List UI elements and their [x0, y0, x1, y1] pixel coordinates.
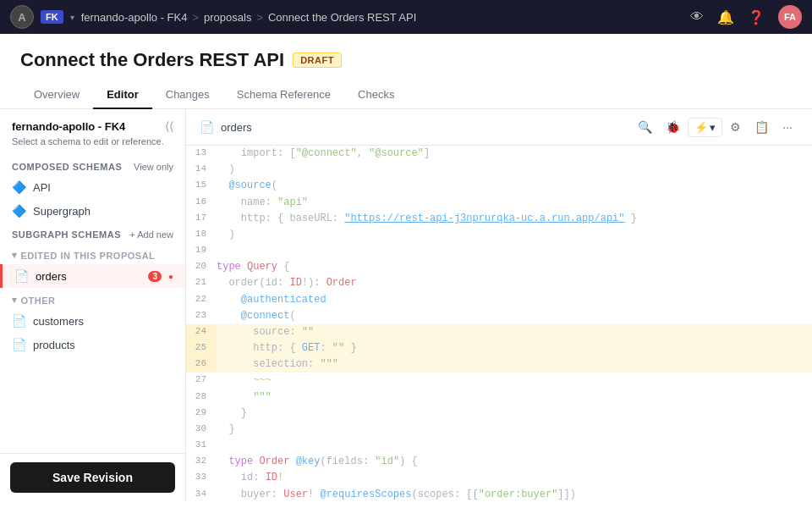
code-line-30: 30 }	[186, 422, 812, 438]
products-label: products	[33, 339, 75, 351]
api-icon: 🔷	[12, 180, 26, 194]
edited-label-text: EDITED IN THIS PROPOSAL	[21, 251, 156, 261]
editor-area: 📄 orders 🔍 🐞 ⚡ ▾ ⚙ 📋 ··· 13 import: ["@c…	[186, 109, 812, 501]
sidebar-item-orders-active[interactable]: 📄 orders 3 ●	[0, 264, 185, 288]
code-line-34: 34 buyer: User! @requiresScopes(scopes: …	[186, 487, 812, 501]
topbar: A FK ▾ fernando-apollo - FK4 > proposals…	[0, 0, 812, 34]
code-line-24: 24 source: ""	[186, 324, 812, 340]
tab-checks[interactable]: Checks	[344, 81, 408, 109]
other-label-text: OTHER	[21, 295, 56, 306]
customers-icon: 📄	[12, 314, 26, 328]
products-icon: 📄	[12, 338, 26, 351]
sep-2: >	[256, 11, 263, 24]
supergraph-icon: 🔷	[12, 204, 26, 218]
code-line-14: 14 )	[186, 162, 812, 178]
other-section-label: ▾ OTHER	[0, 288, 185, 309]
sidebar-item-products[interactable]: 📄 products	[0, 333, 185, 356]
crumb-proposals[interactable]: proposals	[204, 11, 251, 24]
sidebar-workspace-title: fernando-apollo - FK4	[12, 120, 125, 133]
sidebar-item-customers[interactable]: 📄 customers	[0, 309, 185, 333]
eye-icon[interactable]: 👁	[690, 9, 704, 25]
subgraph-schemas-label: Subgraph schemas	[12, 229, 121, 240]
code-line-20: 20 type Query {	[186, 259, 812, 275]
code-line-22: 22 @authenticated	[186, 292, 812, 308]
crumb-org: fernando-apollo - FK4	[81, 11, 188, 24]
orders-change-badge: 3	[148, 271, 162, 282]
composed-schemas-label: Composed schemas	[12, 162, 122, 172]
breadcrumb: fernando-apollo - FK4 > proposals > Conn…	[81, 11, 417, 24]
format-button[interactable]: 🐞	[660, 116, 686, 138]
collapse-sidebar-button[interactable]: ⟨⟨	[165, 119, 173, 133]
main-layout: fernando-apollo - FK4 ⟨⟨ Select a schema…	[0, 109, 812, 501]
sidebar-subtitle: Select a schema to edit or reference.	[0, 136, 185, 155]
tab-overview[interactable]: Overview	[20, 81, 93, 109]
page-title: Connect the Orders REST API	[20, 49, 284, 71]
code-line-25: 25 http: { GET: "" }	[186, 340, 812, 356]
dropdown-button[interactable]: ⚡ ▾	[688, 118, 722, 137]
orders-dot: ●	[168, 272, 173, 281]
schema-file-icon: 📄	[200, 120, 214, 134]
more-button[interactable]: ···	[776, 116, 798, 138]
code-line-26: 26 selection: """	[186, 356, 812, 373]
apollo-avatar[interactable]: A	[10, 5, 34, 29]
copy-button[interactable]: 📋	[749, 116, 775, 138]
dropdown-icon: ⚡	[694, 121, 708, 134]
orders-label: orders	[36, 270, 141, 283]
chevron-edited: ▾	[12, 250, 18, 261]
code-line-29: 29 }	[186, 406, 812, 422]
editor-toolbar: 📄 orders 🔍 🐞 ⚡ ▾ ⚙ 📋 ···	[186, 109, 812, 146]
topbar-actions: 👁 🔔 ❓ FA	[690, 5, 802, 29]
composed-schemas-header: Composed schemas View only	[0, 155, 185, 175]
code-line-23: 23 @connect(	[186, 308, 812, 324]
code-line-21: 21 order(id: ID!): Order	[186, 275, 812, 291]
search-button[interactable]: 🔍	[632, 116, 658, 138]
code-line-16: 16 name: "api"	[186, 195, 812, 211]
draft-badge: DRAFT	[293, 52, 342, 68]
code-line-33: 33 id: ID!	[186, 470, 812, 486]
code-line-15: 15 @source(	[186, 178, 812, 194]
code-line-13: 13 import: ["@connect", "@source"]	[186, 146, 812, 162]
dropdown-chevron: ▾	[710, 121, 716, 134]
code-line-28: 28 """	[186, 389, 812, 406]
orders-file-icon: 📄	[14, 269, 29, 283]
tab-bar: Overview Editor Changes Schema Reference…	[0, 81, 812, 109]
sidebar: fernando-apollo - FK4 ⟨⟨ Select a schema…	[0, 109, 186, 501]
toolbar-buttons: 🔍 🐞 ⚡ ▾ ⚙ 📋 ···	[632, 116, 798, 138]
code-line-31: 31	[186, 438, 812, 454]
sidebar-header: fernando-apollo - FK4 ⟨⟨	[0, 109, 185, 136]
breadcrumb-chevron-1: ▾	[70, 13, 74, 22]
user-avatar[interactable]: FA	[778, 5, 802, 29]
editor-schema-name: orders	[221, 121, 252, 134]
org-badge: FK	[41, 10, 63, 24]
chevron-other: ▾	[12, 295, 18, 306]
add-new-button[interactable]: + Add new	[129, 229, 173, 240]
bell-icon[interactable]: 🔔	[717, 9, 734, 25]
sep-1: >	[192, 11, 199, 24]
page-header: Connect the Orders REST API DRAFT	[0, 34, 812, 71]
code-line-18: 18 )	[186, 227, 812, 243]
sidebar-item-api[interactable]: 🔷 API	[0, 175, 185, 199]
api-label: API	[33, 181, 51, 194]
sidebar-footer: Save Revision	[0, 453, 185, 501]
sidebar-item-supergraph[interactable]: 🔷 Supergraph	[0, 199, 185, 223]
tab-editor[interactable]: Editor	[93, 81, 152, 109]
tab-changes[interactable]: Changes	[152, 81, 223, 109]
code-line-19: 19	[186, 243, 812, 259]
supergraph-label: Supergraph	[33, 205, 91, 218]
edited-in-proposal-label: ▾ EDITED IN THIS PROPOSAL	[0, 243, 185, 264]
customers-label: customers	[33, 315, 84, 328]
code-editor[interactable]: 13 import: ["@connect", "@source"] 14 ) …	[186, 146, 812, 501]
code-line-17: 17 http: { baseURL: "https://rest-api-j3…	[186, 211, 812, 227]
help-icon[interactable]: ❓	[748, 9, 765, 25]
crumb-current: Connect the Orders REST API	[268, 11, 416, 24]
view-only-label: View only	[134, 162, 173, 172]
code-line-32: 32 type Order @key(fields: "id") {	[186, 454, 812, 470]
tab-schema-reference[interactable]: Schema Reference	[223, 81, 344, 109]
settings-button[interactable]: ⚙	[724, 116, 747, 138]
save-revision-button[interactable]: Save Revision	[10, 462, 175, 493]
subgraph-schemas-header: Subgraph schemas + Add new	[0, 223, 185, 243]
code-line-27: 27 ~~~	[186, 373, 812, 389]
